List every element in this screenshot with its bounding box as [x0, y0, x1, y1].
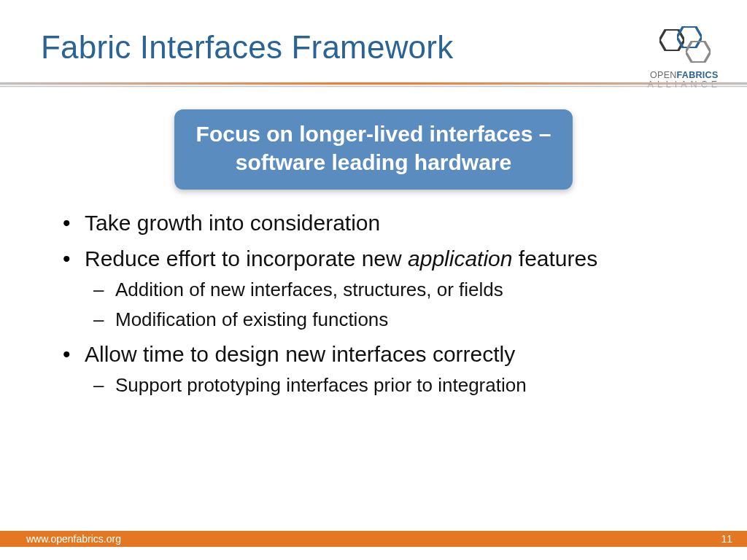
callout-line-1: Focus on longer-lived interfaces – — [196, 122, 551, 146]
sub-bullet-item: Support prototyping interfaces prior to … — [85, 373, 696, 398]
bullet-item: Reduce effort to incorporate new applica… — [51, 244, 696, 332]
header-divider — [0, 77, 747, 92]
sub-bullet-item: Addition of new interfaces, structures, … — [85, 277, 696, 303]
bullet-text: Allow time to design new interfaces corr… — [85, 342, 515, 366]
focus-callout: Focus on longer-lived interfaces – softw… — [174, 109, 573, 190]
footer-url: www.openfabrics.org — [26, 533, 121, 545]
slide-body: Take growth into consideration Reduce ef… — [0, 190, 747, 398]
bullet-item: Take growth into consideration — [51, 209, 696, 237]
bullet-item: Allow time to design new interfaces corr… — [51, 340, 696, 398]
logo-hexagons-icon — [648, 26, 721, 67]
bullet-text-pre: Reduce effort to incorporate new — [85, 246, 408, 271]
sub-bullet-item: Modification of existing functions — [85, 307, 696, 332]
svg-marker-2 — [686, 41, 711, 62]
callout-line-2: software leading hardware — [236, 150, 511, 174]
slide-title: Fabric Interfaces Framework — [41, 29, 718, 66]
slide-header: Fabric Interfaces Framework OPENFABRICS … — [0, 0, 747, 77]
bullet-text-post: features — [512, 246, 597, 271]
bullet-text: Take growth into consideration — [85, 211, 380, 235]
slide-footer: www.openfabrics.org 11 — [0, 531, 747, 547]
footer-page-number: 11 — [721, 533, 732, 545]
bullet-text-emphasis: application — [408, 246, 512, 271]
